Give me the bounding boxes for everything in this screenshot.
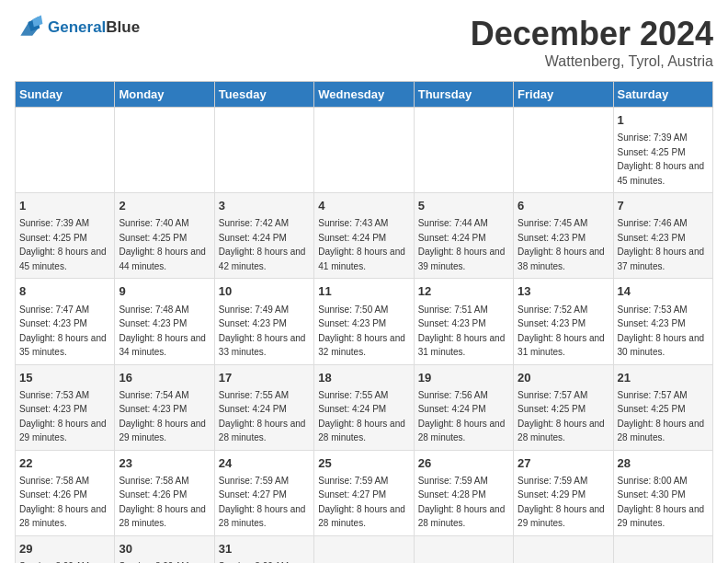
calendar-cell: 11Sunrise: 7:50 AMSunset: 4:23 PMDayligh… (314, 279, 414, 364)
day-number: 1 (19, 198, 110, 214)
calendar-cell: 27Sunrise: 7:59 AMSunset: 4:29 PMDayligh… (514, 450, 613, 535)
col-sunday: Sunday (16, 82, 115, 108)
calendar-week-row: 1Sunrise: 7:39 AMSunset: 4:25 PMDaylight… (16, 108, 713, 193)
calendar-cell: 30Sunrise: 8:00 AMSunset: 4:31 PMDayligh… (115, 535, 214, 563)
day-number: 4 (318, 198, 409, 214)
day-number: 3 (219, 198, 310, 214)
cell-info: Sunrise: 7:48 AMSunset: 4:23 PMDaylight:… (119, 304, 206, 358)
calendar-cell (115, 108, 214, 193)
calendar-cell: 15Sunrise: 7:53 AMSunset: 4:23 PMDayligh… (16, 364, 115, 450)
calendar-cell: 22Sunrise: 7:58 AMSunset: 4:26 PMDayligh… (16, 450, 115, 535)
cell-info: Sunrise: 7:57 AMSunset: 4:25 PMDaylight:… (618, 390, 705, 443)
cell-info: Sunrise: 7:54 AMSunset: 4:23 PMDaylight:… (119, 390, 206, 443)
calendar-cell: 28Sunrise: 8:00 AMSunset: 4:30 PMDayligh… (613, 450, 712, 535)
cell-info: Sunrise: 7:45 AMSunset: 4:23 PMDaylight:… (518, 218, 605, 271)
day-number: 13 (518, 283, 609, 300)
calendar-week-row: 8Sunrise: 7:47 AMSunset: 4:23 PMDaylight… (16, 279, 713, 364)
calendar-cell (16, 108, 115, 193)
logo: GeneralBlue (15, 15, 140, 40)
cell-info: Sunrise: 7:59 AMSunset: 4:27 PMDaylight:… (318, 476, 405, 529)
month-title: December 2024 (471, 15, 713, 53)
cell-info: Sunrise: 7:40 AMSunset: 4:25 PMDaylight:… (119, 218, 206, 271)
calendar-header-row: Sunday Monday Tuesday Wednesday Thursday… (16, 82, 713, 108)
cell-info: Sunrise: 7:59 AMSunset: 4:28 PMDaylight:… (418, 476, 506, 529)
calendar-cell (613, 535, 712, 563)
cell-info: Sunrise: 7:49 AMSunset: 4:23 PMDaylight:… (219, 304, 306, 358)
calendar-cell: 23Sunrise: 7:58 AMSunset: 4:26 PMDayligh… (115, 450, 214, 535)
cell-info: Sunrise: 7:55 AMSunset: 4:24 PMDaylight:… (318, 390, 405, 443)
calendar-week-row: 15Sunrise: 7:53 AMSunset: 4:23 PMDayligh… (16, 364, 713, 450)
day-number: 18 (318, 370, 409, 386)
calendar-week-row: 29Sunrise: 8:00 AMSunset: 4:30 PMDayligh… (16, 535, 713, 563)
day-number: 19 (418, 370, 509, 386)
calendar-cell: 5Sunrise: 7:44 AMSunset: 4:24 PMDaylight… (414, 193, 513, 279)
cell-info: Sunrise: 7:59 AMSunset: 4:27 PMDaylight:… (219, 476, 306, 529)
cell-info: Sunrise: 7:51 AMSunset: 4:23 PMDaylight:… (418, 304, 506, 358)
page-header: GeneralBlue December 2024 Wattenberg, Ty… (15, 15, 713, 70)
day-number: 21 (618, 370, 709, 386)
cell-info: Sunrise: 7:58 AMSunset: 4:26 PMDaylight:… (19, 476, 107, 529)
calendar-week-row: 22Sunrise: 7:58 AMSunset: 4:26 PMDayligh… (16, 450, 713, 535)
day-number: 25 (318, 455, 409, 472)
cell-info: Sunrise: 7:53 AMSunset: 4:23 PMDaylight:… (19, 390, 107, 443)
day-number: 12 (418, 283, 509, 300)
day-number: 30 (119, 541, 210, 557)
calendar-cell: 4Sunrise: 7:43 AMSunset: 4:24 PMDaylight… (314, 193, 414, 279)
day-number: 23 (119, 455, 210, 472)
calendar-cell: 10Sunrise: 7:49 AMSunset: 4:23 PMDayligh… (214, 279, 313, 364)
day-number: 5 (418, 198, 509, 214)
cell-info: Sunrise: 7:58 AMSunset: 4:26 PMDaylight:… (119, 476, 206, 529)
day-number: 1 (618, 112, 709, 129)
calendar-cell: 25Sunrise: 7:59 AMSunset: 4:27 PMDayligh… (314, 450, 414, 535)
cell-info: Sunrise: 7:47 AMSunset: 4:23 PMDaylight:… (19, 304, 107, 358)
col-tuesday: Tuesday (214, 82, 313, 108)
col-friday: Friday (514, 82, 613, 108)
cell-info: Sunrise: 7:43 AMSunset: 4:24 PMDaylight:… (318, 218, 405, 271)
cell-info: Sunrise: 7:57 AMSunset: 4:25 PMDaylight:… (518, 390, 605, 443)
day-number: 8 (19, 283, 110, 300)
calendar-table: Sunday Monday Tuesday Wednesday Thursday… (15, 81, 713, 563)
day-number: 2 (119, 198, 210, 214)
cell-info: Sunrise: 7:39 AMSunset: 4:25 PMDaylight:… (618, 132, 705, 186)
cell-info: Sunrise: 7:39 AMSunset: 4:25 PMDaylight:… (19, 218, 107, 271)
day-number: 24 (219, 455, 310, 472)
cell-info: Sunrise: 7:55 AMSunset: 4:24 PMDaylight:… (219, 390, 306, 443)
calendar-cell: 9Sunrise: 7:48 AMSunset: 4:23 PMDaylight… (115, 279, 214, 364)
calendar-cell (514, 108, 613, 193)
day-number: 9 (119, 283, 210, 300)
day-number: 15 (19, 370, 110, 386)
calendar-cell: 12Sunrise: 7:51 AMSunset: 4:23 PMDayligh… (414, 279, 513, 364)
col-wednesday: Wednesday (314, 82, 414, 108)
cell-info: Sunrise: 7:52 AMSunset: 4:23 PMDaylight:… (518, 304, 605, 358)
col-saturday: Saturday (613, 82, 712, 108)
cell-info: Sunrise: 7:44 AMSunset: 4:24 PMDaylight:… (418, 218, 506, 271)
day-number: 17 (219, 370, 310, 386)
day-number: 6 (518, 198, 609, 214)
col-thursday: Thursday (414, 82, 513, 108)
calendar-cell (314, 535, 414, 563)
calendar-cell: 3Sunrise: 7:42 AMSunset: 4:24 PMDaylight… (214, 193, 313, 279)
calendar-cell: 2Sunrise: 7:40 AMSunset: 4:25 PMDaylight… (115, 193, 214, 279)
calendar-cell: 21Sunrise: 7:57 AMSunset: 4:25 PMDayligh… (613, 364, 712, 450)
cell-info: Sunrise: 7:59 AMSunset: 4:29 PMDaylight:… (518, 476, 605, 529)
cell-info: Sunrise: 7:56 AMSunset: 4:24 PMDaylight:… (418, 390, 506, 443)
calendar-cell: 24Sunrise: 7:59 AMSunset: 4:27 PMDayligh… (214, 450, 313, 535)
cell-info: Sunrise: 8:00 AMSunset: 4:30 PMDaylight:… (618, 476, 705, 529)
calendar-cell (414, 108, 513, 193)
calendar-cell (514, 535, 613, 563)
logo-text: GeneralBlue (48, 18, 140, 37)
calendar-cell: 19Sunrise: 7:56 AMSunset: 4:24 PMDayligh… (414, 364, 513, 450)
calendar-cell: 6Sunrise: 7:45 AMSunset: 4:23 PMDaylight… (514, 193, 613, 279)
calendar-cell: 29Sunrise: 8:00 AMSunset: 4:30 PMDayligh… (16, 535, 115, 563)
day-number: 31 (219, 541, 310, 557)
title-block: December 2024 Wattenberg, Tyrol, Austria (471, 15, 713, 70)
cell-info: Sunrise: 7:46 AMSunset: 4:23 PMDaylight:… (618, 218, 705, 271)
calendar-cell (414, 535, 513, 563)
cell-info: Sunrise: 7:53 AMSunset: 4:23 PMDaylight:… (618, 304, 705, 358)
day-number: 28 (618, 455, 709, 472)
cell-info: Sunrise: 7:50 AMSunset: 4:23 PMDaylight:… (318, 304, 405, 358)
calendar-cell: 17Sunrise: 7:55 AMSunset: 4:24 PMDayligh… (214, 364, 313, 450)
day-number: 29 (19, 541, 110, 557)
calendar-cell: 1Sunrise: 7:39 AMSunset: 4:25 PMDaylight… (613, 108, 712, 193)
calendar-cell (214, 108, 313, 193)
